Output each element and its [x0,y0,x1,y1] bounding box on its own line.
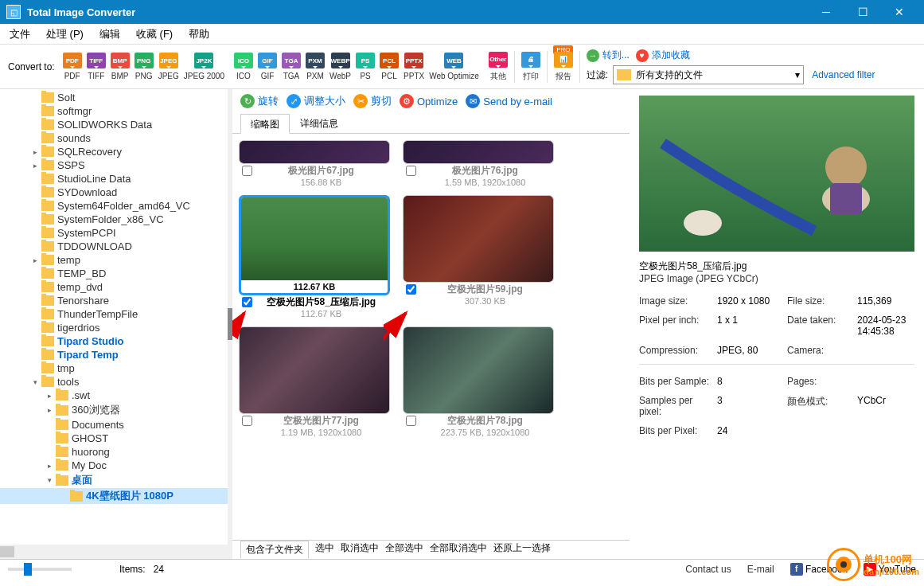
format-gif-button[interactable]: GIFGIF [258,53,277,80]
items-label: Items: [119,564,146,575]
thumbnail-size: 307.30 KB [419,296,551,306]
thumbnail-card[interactable] [403,195,554,283]
menu-process[interactable]: 处理 (P) [43,25,87,43]
tab-thumbnails[interactable]: 缩略图 [240,114,290,134]
close-button[interactable]: ✕ [881,0,918,24]
footer-option[interactable]: 取消选中 [341,541,379,559]
tree-item[interactable]: ▾tools [0,375,228,389]
add-favorite-button[interactable]: ♥添加收藏 [636,49,690,62]
email-link[interactable]: E-mail [747,564,774,575]
tree-item[interactable]: tmp [0,361,228,375]
thumbnail-checkbox[interactable] [406,166,416,176]
tree-item[interactable]: huorong [0,445,228,459]
tree-item[interactable]: ▸SQLRecovery [0,145,228,158]
maximize-button[interactable]: ☐ [844,0,881,24]
tree-item[interactable]: 4K壁纸图片 1080P [0,488,228,504]
menu-file[interactable]: 文件 [6,25,33,43]
advanced-filter-link[interactable]: Advanced filter [812,69,875,80]
format-tga-button[interactable]: TGATGA [282,53,301,80]
tree-item[interactable]: ▸temp [0,253,228,267]
footer-option[interactable]: 全部取消选中 [430,541,487,559]
format-pptx-button[interactable]: PPTXPPTX [404,53,424,80]
footer-option[interactable]: 全部选中 [385,541,423,559]
footer-option[interactable]: 还原上一选择 [493,541,551,559]
thumbnail-checkbox[interactable] [242,416,252,426]
app-icon: ◱ [6,5,21,19]
format-pcl-button[interactable]: PCLPCL [380,53,399,80]
report-button[interactable]: PRO 📊 报告 [554,52,573,82]
thumbnail-checkbox[interactable] [242,297,252,307]
zoom-slider[interactable] [8,563,88,576]
youtube-icon[interactable]: ▶ [864,563,876,576]
menu-help[interactable]: 帮助 [185,25,212,43]
thumbnail-name: 空极光图片59.jpg [419,283,551,296]
tree-item[interactable]: SystemPCPI [0,226,228,240]
resize-button[interactable]: ⤢调整大小 [287,94,345,108]
thumbnail-checkbox[interactable] [406,284,416,295]
format-png-button[interactable]: PNGPNG [135,53,154,80]
window-controls: ─ ☐ ✕ [808,0,918,24]
tree-item[interactable]: SOLIDWORKS Data [0,118,228,131]
tree-item[interactable]: Tipard Temp [0,348,228,361]
footer-option[interactable]: 包含子文件夹 [240,541,309,558]
minimize-button[interactable]: ─ [808,0,844,24]
thumbnail-card[interactable] [403,140,554,164]
format-web-button[interactable]: WEBWeb Optimize [429,53,479,80]
tree-item[interactable]: ThunderTempFile [0,307,228,321]
tree-item[interactable]: SYDownload [0,186,228,199]
tree-item[interactable]: sounds [0,131,228,145]
tree-item[interactable]: TEMP_BD [0,267,228,280]
thumbnail-area[interactable]: 极光图片67.jpg156.88 KB极光图片76.jpg1.59 MB, 19… [232,134,630,540]
format-jpeg-button[interactable]: JPEGJPEG [158,53,179,80]
optimize-button[interactable]: ⚙Optimize [400,94,458,108]
thumbnail-checkbox[interactable] [242,166,252,176]
format-pdf-button[interactable]: PDFPDF [63,53,82,80]
tree-item[interactable]: Solt [0,91,228,104]
tree-item[interactable]: softmgr [0,104,228,118]
crop-button[interactable]: ✂剪切 [353,94,392,108]
thumbnail-card[interactable] [239,326,390,414]
tree-item[interactable]: ▸My Doc [0,459,228,472]
format-bmp-button[interactable]: BMPBMP [111,53,130,80]
tree-item[interactable]: Documents [0,418,228,432]
tree-item[interactable]: temp_dvd [0,280,228,294]
menu-edit[interactable]: 编辑 [96,25,123,43]
tree-item[interactable]: ▾桌面 [0,472,228,488]
tree-item[interactable]: ▸.swt [0,389,228,402]
title-bar: ◱ Total Image Converter ─ ☐ ✕ [0,0,924,24]
format-ico-button[interactable]: ICOICO [234,53,253,80]
footer-option[interactable]: 选中 [315,541,334,559]
facebook-icon[interactable]: f [790,563,803,576]
tree-item[interactable]: StudioLine Data [0,172,228,186]
tree-item[interactable]: Tenorshare [0,294,228,307]
tree-item[interactable]: SystemFolder_x86_VC [0,213,228,226]
tree-item[interactable]: TDDOWNLOAD [0,240,228,253]
format-ps-button[interactable]: PSPS [356,53,375,80]
thumbnail-name: 极光图片76.jpg [419,164,551,178]
tab-details[interactable]: 详细信息 [290,113,349,133]
filter-select[interactable]: 所有支持的文件 ▾ [613,65,804,84]
rotate-button[interactable]: ↻旋转 [240,94,279,108]
tree-item[interactable]: Tipard Studio [0,334,228,348]
thumbnail-card[interactable] [403,326,554,414]
goto-button[interactable]: →转到... [587,49,630,62]
convert-to-label: Convert to: [8,61,55,72]
format-webp-button[interactable]: WEBPWebP [329,53,351,80]
thumbnail-checkbox[interactable] [406,416,416,426]
tree-item[interactable]: ▸360浏览器 [0,402,228,418]
horizontal-scrollbar[interactable] [0,545,228,559]
thumbnail-card[interactable]: 112.67 KB [239,195,390,295]
format-tiff-button[interactable]: TIFFTIFF [87,53,106,80]
contact-link[interactable]: Contact us [685,564,731,575]
format-jp2k-button[interactable]: JP2KJPEG 2000 [184,53,224,80]
print-button[interactable]: 🖨 打印 [521,52,540,82]
tree-item[interactable]: GHOST [0,432,228,445]
menu-favorites[interactable]: 收藏 (F) [133,25,176,43]
send-email-button[interactable]: ✉Send by e-mail [466,94,552,108]
tree-item[interactable]: ▸SSPS [0,158,228,172]
other-format-button[interactable]: Other 其他 [489,52,508,82]
tree-item[interactable]: System64Folder_amd64_VC [0,199,228,213]
format-pxm-button[interactable]: PXMPXM [306,53,325,80]
tree-item[interactable]: tigerdrios [0,321,228,334]
thumbnail-card[interactable] [239,140,390,164]
